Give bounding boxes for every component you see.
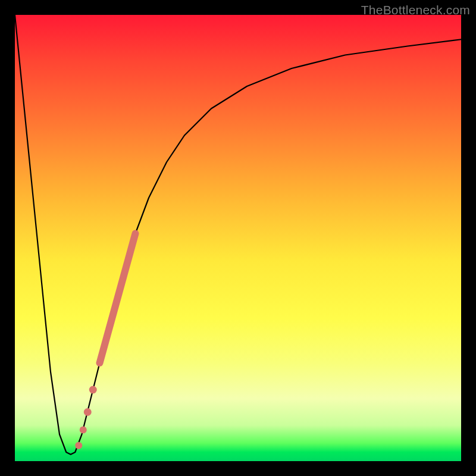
attribution-text: TheBottleneck.com — [361, 3, 470, 17]
plot-area — [15, 15, 461, 461]
highlight-dot — [89, 386, 97, 394]
bottleneck-curve — [15, 15, 461, 455]
chart-frame: TheBottleneck.com — [0, 0, 476, 476]
highlight-segment — [100, 234, 136, 364]
highlight-dot — [75, 442, 82, 449]
chart-svg — [15, 15, 461, 461]
highlight-dot — [84, 408, 92, 416]
highlight-dot — [80, 427, 87, 434]
